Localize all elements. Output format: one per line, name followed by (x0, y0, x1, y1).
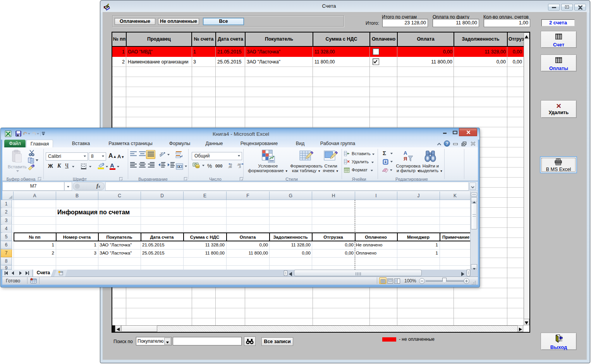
svg-text:a: a (179, 165, 180, 168)
svg-text:,0: ,0 (239, 166, 241, 168)
svg-text:,00: ,00 (228, 166, 232, 168)
svg-text:Я: Я (404, 156, 407, 162)
svg-text:ab: ab (159, 151, 165, 157)
svg-text:А: А (404, 150, 407, 156)
